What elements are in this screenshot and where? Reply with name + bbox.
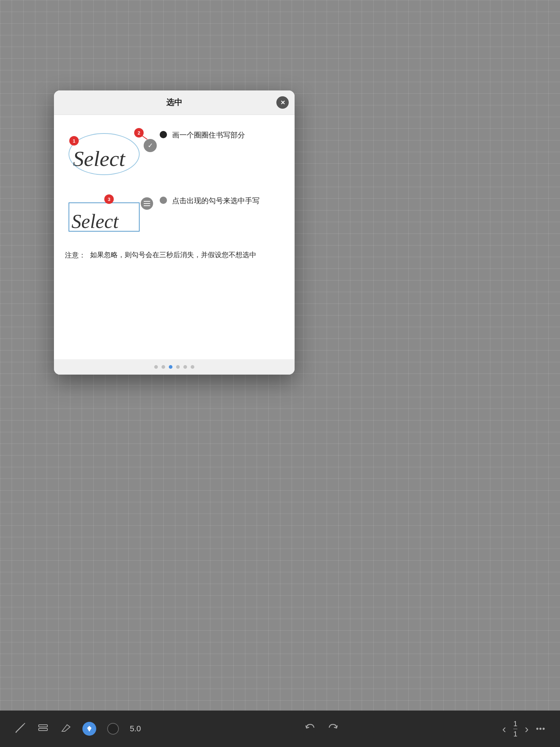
svg-rect-7 — [39, 725, 47, 727]
svg-rect-4 — [144, 205, 150, 206]
checkmark-icon: ✓ — [144, 139, 157, 152]
eraser-icon[interactable] — [60, 722, 71, 736]
toolbar-left: 5.0 — [15, 722, 141, 736]
page-dot-1[interactable] — [154, 365, 158, 369]
page-counter: 1 1 — [513, 720, 517, 738]
layers-icon[interactable] — [37, 722, 49, 736]
page-dot-6[interactable] — [191, 365, 194, 369]
page-dot-4[interactable] — [176, 365, 180, 369]
step1-illustration: 1 Select 2 ✓ — [65, 126, 152, 181]
bullet-dot-1 — [160, 131, 167, 138]
step-badge-3: 3 — [104, 194, 114, 204]
modal-header: 选中 ✕ — [54, 90, 295, 115]
box-container: 3 Select — [65, 199, 145, 239]
prev-page-button[interactable]: ‹ — [502, 722, 506, 736]
step-badge-2: 2 — [134, 128, 144, 138]
page-dot-5[interactable] — [183, 365, 187, 369]
step2-illustration: 3 Select — [65, 191, 152, 239]
selection-oval — [69, 133, 140, 175]
note-text: 如果忽略，则勾号会在三秒后消失，并假设您不想选中 — [90, 250, 256, 260]
svg-text:Select: Select — [71, 210, 119, 232]
modal-footer — [54, 359, 295, 375]
note-label: 注意： — [65, 250, 86, 260]
tutorial-modal: 选中 ✕ 1 Select — [54, 90, 295, 375]
oval-container: 1 Select 2 ✓ — [65, 129, 145, 181]
close-icon: ✕ — [280, 99, 285, 106]
svg-line-5 — [16, 725, 23, 732]
step1-text: 画一个圈圈住书写部分 — [172, 129, 245, 140]
undo-button[interactable] — [304, 721, 316, 736]
close-button[interactable]: ✕ — [276, 96, 289, 109]
page-dot-2[interactable] — [162, 365, 165, 369]
nib-icon[interactable] — [82, 722, 96, 736]
page-total: 1 — [513, 729, 517, 738]
svg-rect-3 — [144, 203, 150, 204]
step2-section: 3 Select — [65, 191, 284, 239]
font-size-label[interactable]: 5.0 — [130, 724, 141, 734]
list-icon — [141, 197, 153, 210]
page-dot-3-active[interactable] — [169, 365, 172, 369]
toolbar-right: ‹ 1 1 › ••• — [502, 720, 545, 738]
next-page-button[interactable]: › — [525, 722, 529, 736]
step2-desc: 点击出现的勾号来选中手写 — [152, 191, 284, 206]
step1-desc: 画一个圈圈住书写部分 — [152, 126, 284, 140]
svg-rect-8 — [39, 728, 47, 731]
redo-button[interactable] — [327, 721, 339, 736]
bullet-dot-2 — [160, 197, 167, 204]
svg-line-6 — [23, 723, 25, 725]
modal-title: 选中 — [166, 97, 182, 108]
step2-text: 点击出现的勾号来选中手写 — [172, 195, 260, 206]
step1-section: 1 Select 2 ✓ — [65, 126, 284, 181]
handwriting-svg-2: Select — [70, 205, 139, 233]
more-button[interactable]: ••• — [536, 724, 545, 734]
page-fraction: 1 — [513, 720, 517, 729]
step-badge-1: 1 — [69, 136, 79, 146]
pen-tool-icon[interactable] — [15, 722, 26, 736]
note-section: 注意： 如果忽略，则勾号会在三秒后消失，并假设您不想选中 — [65, 250, 284, 271]
toolbar-center — [304, 721, 339, 736]
modal-body: 1 Select 2 ✓ — [54, 115, 295, 359]
svg-rect-2 — [144, 201, 150, 202]
bottom-toolbar: 5.0 ‹ 1 1 › ••• — [0, 711, 560, 747]
color-swatch[interactable] — [107, 723, 119, 735]
